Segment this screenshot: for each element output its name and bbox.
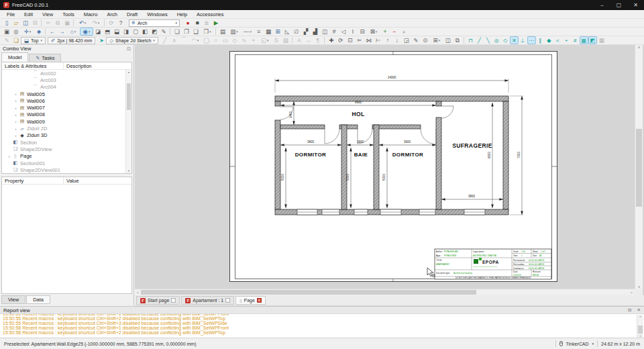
snap-near-icon[interactable]: < xyxy=(553,36,562,44)
snap-intersection-icon[interactable]: ✕ xyxy=(510,36,519,44)
draft-polygon-icon[interactable]: ◇ xyxy=(230,36,239,44)
toggle-grid-icon[interactable]: ▦ xyxy=(580,36,588,44)
minimize-button[interactable]: – xyxy=(594,0,610,10)
draft-bspline-icon[interactable]: ∿ xyxy=(239,36,249,44)
close-panel-icon[interactable]: ✕ xyxy=(637,307,641,313)
tree-item-wall005[interactable]: › ▤ Wall005 xyxy=(2,91,131,97)
measure-icon[interactable]: ✎ xyxy=(159,28,168,36)
macro-play-icon[interactable]: ▶ xyxy=(211,19,221,27)
report-scrollbar[interactable]: ∧ ∨ xyxy=(637,315,643,338)
view-home-icon[interactable]: ⌂ xyxy=(66,28,80,36)
snap-midpoint-icon[interactable]: ╲ xyxy=(484,36,492,44)
arch-section-plane-icon[interactable]: ⊟ xyxy=(358,28,367,36)
macro-edit-icon[interactable]: ≣ xyxy=(202,19,211,27)
draft-point-icon[interactable]: • xyxy=(249,36,258,44)
draft-edit-icon[interactable]: ✎ xyxy=(411,36,421,44)
menu-accessories[interactable]: Accessories xyxy=(192,11,228,17)
tree-scrollbar[interactable]: ▲ ▼ xyxy=(125,70,131,173)
menu-macro[interactable]: Macro xyxy=(79,11,103,17)
link-select-icon[interactable]: ▣ xyxy=(2,28,11,36)
menu-help[interactable]: Help xyxy=(172,11,192,17)
close-button[interactable]: ✕ xyxy=(627,0,644,10)
draft-upgrade-icon[interactable]: ↑ xyxy=(383,36,392,44)
menu-draft[interactable]: Draft xyxy=(122,11,142,17)
snap-perpendicular-icon[interactable]: ⊥ xyxy=(519,36,527,44)
expander-icon[interactable]: › xyxy=(13,113,19,117)
tree-item-arc004[interactable]: ⌒ Arc004 xyxy=(2,84,131,91)
scroll-up-icon[interactable]: ▲ xyxy=(126,70,131,74)
tree-item-section001[interactable]: ◧ Section001 xyxy=(2,160,131,166)
tree-item-page[interactable]: › ▯ Page xyxy=(2,153,131,160)
tree-item-arc002[interactable]: ⌒ Arc002 xyxy=(2,70,131,77)
dock-icon[interactable]: ⊡ xyxy=(127,46,131,52)
layer-manager-icon[interactable]: ❏ xyxy=(11,36,21,44)
zoom-border-icon[interactable]: ◎ xyxy=(11,28,21,36)
new-file-icon[interactable]: ▯ xyxy=(2,19,11,27)
draft-mirror-icon[interactable]: ◫ xyxy=(443,36,453,44)
draft-line-icon[interactable]: ╱ xyxy=(160,36,170,44)
whats-this-icon[interactable]: ? xyxy=(116,19,125,27)
tree-item-wall009[interactable]: › ▤ Wall009 xyxy=(2,118,131,125)
open-file-icon[interactable]: ▱ xyxy=(11,19,21,27)
arch-add-component-icon[interactable]: + xyxy=(380,28,390,36)
draft-rotate-icon[interactable]: ⟳ xyxy=(336,36,345,44)
menu-file[interactable]: File xyxy=(2,11,19,17)
line-style-button[interactable]: ✐ 2px | 98.420 mm xyxy=(48,37,95,44)
fit-all-icon[interactable]: ✛ xyxy=(21,28,34,36)
drawing-viewport[interactable]: 14000 9600 1400 3800 1800 3600 5000 5000… xyxy=(135,45,644,295)
snap-dimensions-icon[interactable]: ▦ xyxy=(597,36,606,44)
draft-offset-icon[interactable]: ⊡ xyxy=(345,36,355,44)
draft-text-icon[interactable]: A xyxy=(294,36,304,44)
menu-tools[interactable]: Tools xyxy=(58,11,79,17)
expander-icon[interactable]: › xyxy=(13,106,19,110)
snap-extension-icon[interactable]: ⋯ xyxy=(527,36,536,44)
view-left-icon[interactable]: ◩ xyxy=(150,28,159,36)
tab-tasks[interactable]: ✎Tasks xyxy=(29,54,61,62)
arch-stairs-icon[interactable]: ▟ xyxy=(311,28,320,36)
tree-item-shape2dview001[interactable]: ❏ Shape2DView001 xyxy=(2,166,131,173)
tree-item-section[interactable]: ◧ Section xyxy=(2,139,131,146)
expander-icon[interactable]: › xyxy=(13,127,19,131)
snap-center-icon[interactable]: ◎ xyxy=(492,36,501,44)
expander-icon[interactable]: › xyxy=(13,119,19,123)
tree-item-ziduri-3d[interactable]: › ◆ Ziduri 3D xyxy=(2,132,131,139)
arch-wall-icon[interactable]: ▤ xyxy=(218,28,227,36)
tree-item-wall008[interactable]: › ▤ Wall008 xyxy=(2,111,131,118)
clip-full-icon[interactable]: ❏ xyxy=(172,28,182,36)
techdraw-page[interactable]: 14000 9600 1400 3800 1800 3600 5000 5000… xyxy=(229,51,557,282)
macro-stop-icon[interactable]: ■ xyxy=(193,19,202,27)
clip-plane-icon[interactable]: ❑ xyxy=(191,28,201,36)
tree-item-arc003[interactable]: ⌒ Arc003 xyxy=(2,77,131,83)
snap-special-icon[interactable]: ◆ xyxy=(545,36,553,44)
draft-polyline-icon[interactable]: ∧ xyxy=(170,36,179,44)
macro-record-icon[interactable]: ● xyxy=(183,19,193,27)
draft-join-icon[interactable]: ⋈ xyxy=(364,36,374,44)
arch-window-icon[interactable]: ⊞ xyxy=(273,28,282,36)
draw-style-icon[interactable]: ◈ xyxy=(34,28,44,36)
arch-fence-icon[interactable]: # xyxy=(329,28,339,36)
draft-dimension-icon[interactable]: ↔ xyxy=(304,36,313,44)
snap-parallel-icon[interactable]: ∥ xyxy=(536,36,545,44)
tab-start-page[interactable]: F Start page xyxy=(136,296,180,305)
menu-windows[interactable]: Windows xyxy=(142,11,172,17)
autogroup-icon[interactable]: ➤ xyxy=(97,36,106,44)
menu-view[interactable]: View xyxy=(38,11,58,17)
arch-cut-plane-icon[interactable]: ⊠ xyxy=(367,28,380,36)
scrollbar-thumb[interactable] xyxy=(141,290,476,295)
draft-ellipse-icon[interactable]: ○ xyxy=(211,36,221,44)
draft-fillet-icon[interactable]: ⌒ xyxy=(179,36,189,44)
arch-rebar-icon[interactable]: ≡ xyxy=(254,28,264,36)
scrollbar-thumb[interactable] xyxy=(638,326,643,334)
arch-remove-component-icon[interactable]: − xyxy=(390,28,399,36)
draft-arc-icon[interactable]: ◠ xyxy=(189,36,202,44)
save-file-icon[interactable]: ◫ xyxy=(21,19,30,27)
snap-lock-icon[interactable]: ⊓ xyxy=(466,36,475,44)
cut-icon[interactable]: ✂ xyxy=(44,19,53,27)
tab-close-icon[interactable]: ✕ xyxy=(257,298,262,303)
scrollbar-thumb[interactable] xyxy=(636,129,642,207)
working-plane-top-button[interactable]: ⬓ Top ▾ xyxy=(21,37,46,44)
view-right-icon[interactable]: ◨ xyxy=(121,28,131,36)
tree-item-ziduri-2d[interactable]: › ▱ Ziduri 2D xyxy=(2,125,131,132)
tab-view[interactable]: View xyxy=(1,295,25,304)
view-bottom-icon[interactable]: ◧ xyxy=(140,28,150,36)
